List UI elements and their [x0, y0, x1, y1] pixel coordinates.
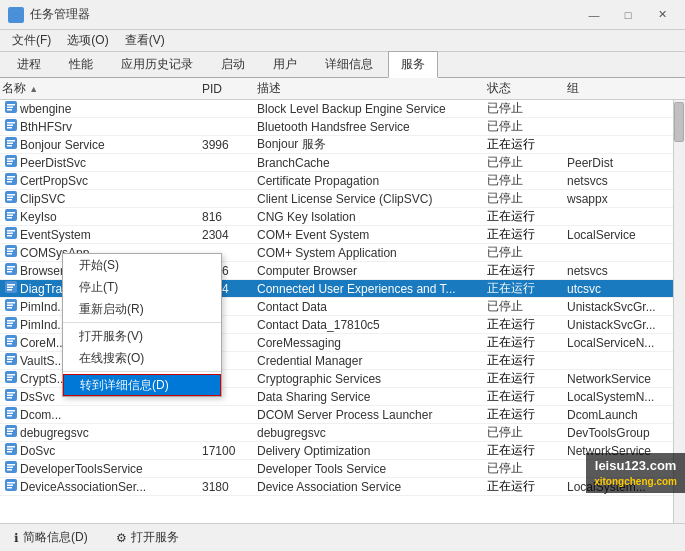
cell-name: EventSystem	[0, 226, 200, 243]
svg-rect-81	[7, 464, 15, 466]
cell-desc: COM+ Event System	[255, 228, 485, 242]
service-icon	[4, 208, 18, 225]
svg-rect-71	[7, 415, 12, 417]
table-row[interactable]: EventSystem2304COM+ Event System正在运行Loca…	[0, 226, 685, 244]
context-menu-item[interactable]: 在线搜索(O)	[63, 347, 221, 369]
col-header-desc[interactable]: 描述	[255, 80, 485, 97]
svg-rect-35	[7, 253, 12, 255]
cell-desc: Block Level Backup Engine Service	[255, 102, 485, 116]
cell-pid: 3996	[200, 138, 255, 152]
cell-pid: 3180	[200, 480, 255, 494]
cell-status: 正在运行	[485, 334, 565, 351]
service-icon	[4, 478, 18, 495]
menu-item-v[interactable]: 查看(V)	[117, 30, 173, 51]
cell-name: CertPropSvc	[0, 172, 200, 189]
svg-rect-1	[7, 104, 15, 106]
cell-desc: Delivery Optimization	[255, 444, 485, 458]
maximize-button[interactable]: □	[613, 5, 643, 25]
tab-[interactable]: 用户	[260, 51, 310, 77]
tab-[interactable]: 服务	[388, 51, 438, 78]
svg-rect-42	[7, 287, 13, 289]
svg-rect-67	[7, 397, 12, 399]
svg-rect-78	[7, 449, 13, 451]
svg-rect-29	[7, 230, 15, 232]
svg-rect-17	[7, 176, 15, 178]
table-row[interactable]: DeveloperToolsServiceDeveloper Tools Ser…	[0, 460, 685, 478]
context-menu-item[interactable]: 开始(S)	[63, 254, 221, 276]
svg-rect-38	[7, 269, 13, 271]
table-row[interactable]: ClipSVCClient License Service (ClipSVC)已…	[0, 190, 685, 208]
context-menu-item[interactable]: 重新启动(R)	[63, 298, 221, 320]
cell-status: 正在运行	[485, 262, 565, 279]
summary-label: 简略信息(D)	[23, 529, 88, 546]
service-icon	[4, 460, 18, 477]
menu-item-o[interactable]: 选项(O)	[59, 30, 116, 51]
cell-desc: CoreMessaging	[255, 336, 485, 350]
col-header-name[interactable]: 名称 ▲	[0, 80, 200, 97]
context-menu-item[interactable]: 转到详细信息(D)	[63, 374, 221, 396]
svg-rect-87	[7, 487, 12, 489]
close-button[interactable]: ✕	[647, 5, 677, 25]
tab-[interactable]: 应用历史记录	[108, 51, 206, 77]
menu-item-f[interactable]: 文件(F)	[4, 30, 59, 51]
tab-[interactable]: 进程	[4, 51, 54, 77]
col-header-group[interactable]: 组	[565, 80, 665, 97]
svg-rect-46	[7, 305, 13, 307]
cell-name: Bonjour Service	[0, 136, 200, 153]
table-row[interactable]: DoSvc17100Delivery Optimization正在运行Netwo…	[0, 442, 685, 460]
svg-rect-14	[7, 161, 13, 163]
col-header-status[interactable]: 状态	[485, 80, 565, 97]
open-service-button[interactable]: ⚙ 打开服务	[110, 527, 185, 548]
table-row[interactable]: DeviceAssociationSer...3180Device Associ…	[0, 478, 685, 496]
table-row[interactable]: debugregsvcdebugregsvc已停止DevToolsGroup	[0, 424, 685, 442]
context-menu-separator	[63, 371, 221, 372]
cell-group: netsvcs	[565, 264, 665, 278]
svg-rect-53	[7, 338, 15, 340]
cell-status: 已停止	[485, 460, 565, 477]
svg-rect-61	[7, 374, 15, 376]
context-menu-item[interactable]: 停止(T)	[63, 276, 221, 298]
table-row[interactable]: KeyIso816CNG Key Isolation正在运行	[0, 208, 685, 226]
svg-rect-9	[7, 140, 15, 142]
cell-name: ClipSVC	[0, 190, 200, 207]
col-header-pid[interactable]: PID	[200, 82, 255, 96]
cell-name-text: PeerDistSvc	[20, 156, 86, 170]
summary-button[interactable]: ℹ 简略信息(D)	[8, 527, 94, 548]
cell-name-text: Browser	[20, 264, 64, 278]
cell-group: LocalSystemN...	[565, 390, 665, 404]
svg-rect-18	[7, 179, 13, 181]
service-icon	[4, 316, 18, 333]
tab-[interactable]: 启动	[208, 51, 258, 77]
service-icon	[4, 262, 18, 279]
svg-rect-27	[7, 217, 12, 219]
tab-[interactable]: 详细信息	[312, 51, 386, 77]
context-menu: 开始(S)停止(T)重新启动(R)打开服务(V)在线搜索(O)转到详细信息(D)	[62, 253, 222, 397]
context-menu-separator	[63, 322, 221, 323]
svg-rect-55	[7, 343, 12, 345]
minimize-button[interactable]: —	[579, 5, 609, 25]
table-row[interactable]: wbengineBlock Level Backup Engine Servic…	[0, 100, 685, 118]
scrollbar-thumb[interactable]	[674, 102, 684, 142]
context-menu-item[interactable]: 打开服务(V)	[63, 325, 221, 347]
cell-group: DevToolsGroup	[565, 426, 665, 440]
service-icon	[4, 442, 18, 459]
status-bar: ℹ 简略信息(D) ⚙ 打开服务	[0, 523, 685, 551]
tab-[interactable]: 性能	[56, 51, 106, 77]
svg-rect-25	[7, 212, 15, 214]
table-row[interactable]: Dcom...DCOM Server Process Launcher正在运行D…	[0, 406, 685, 424]
table-row[interactable]: Bonjour Service3996Bonjour 服务正在运行	[0, 136, 685, 154]
cell-name-text: DsSvc	[20, 390, 55, 404]
svg-rect-73	[7, 428, 15, 430]
table-row[interactable]: BthHFSrvBluetooth Handsfree Service已停止	[0, 118, 685, 136]
cell-name-text: DoSvc	[20, 444, 55, 458]
window-title: 任务管理器	[30, 6, 579, 23]
cell-name-text: Dcom...	[20, 408, 61, 422]
svg-rect-77	[7, 446, 15, 448]
table-row[interactable]: CertPropSvcCertificate Propagation已停止net…	[0, 172, 685, 190]
cell-name-text: CoreM...	[20, 336, 66, 350]
svg-rect-10	[7, 143, 13, 145]
cell-desc: CNG Key Isolation	[255, 210, 485, 224]
svg-rect-15	[7, 163, 12, 165]
cell-desc: DCOM Server Process Launcher	[255, 408, 485, 422]
table-row[interactable]: PeerDistSvcBranchCache已停止PeerDist	[0, 154, 685, 172]
